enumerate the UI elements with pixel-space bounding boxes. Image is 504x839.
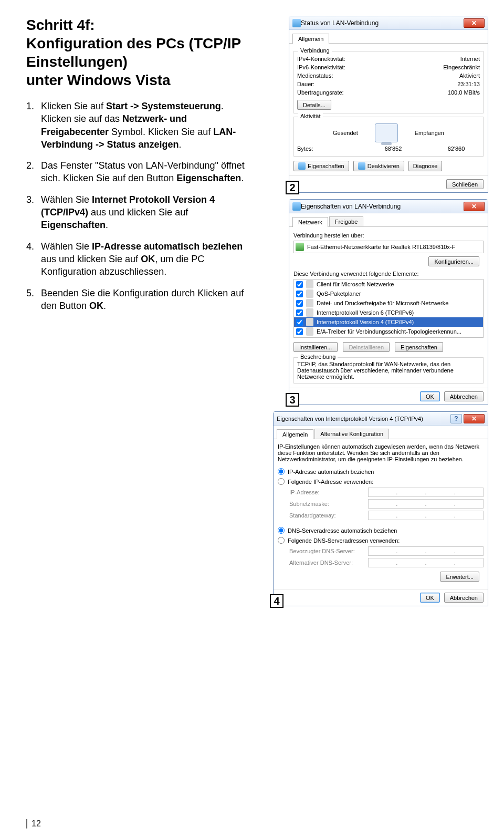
list-item[interactable]: Internetprotokoll Version 6 (TCP/IPv6) <box>294 308 483 317</box>
dns2-field: ... <box>368 558 484 567</box>
status-key: Medienstatus: <box>297 72 459 79</box>
close-icon[interactable]: ✕ <box>464 18 485 28</box>
checkbox[interactable] <box>296 309 303 316</box>
radio-input[interactable] <box>278 527 285 534</box>
step-item: 4.Wählen Sie IP-Adresse automatisch bezi… <box>26 240 252 278</box>
list-item[interactable]: QoS-Paketplaner <box>294 289 483 298</box>
step-marker-2: 2 <box>286 181 299 194</box>
step-number: 2. <box>26 159 41 185</box>
radio-input[interactable] <box>278 478 285 485</box>
bytes-recv: 62'860 <box>433 146 480 152</box>
item-properties-button[interactable]: Eigenschaften <box>395 342 443 352</box>
checkbox[interactable] <box>296 328 303 335</box>
nic-icon <box>296 243 304 251</box>
radio-label: DNS-Serveradresse automatisch beziehen <box>288 527 397 534</box>
tab-allgemein[interactable]: Allgemein <box>292 34 329 44</box>
group-legend: Aktivität <box>298 113 323 119</box>
status-key: IPv6-Konnektivität: <box>297 64 443 70</box>
net-icon <box>292 19 301 27</box>
checkbox[interactable] <box>296 300 303 307</box>
advanced-button[interactable]: Erweitert... <box>440 572 479 582</box>
recv-label: Empfangen <box>415 130 444 136</box>
protocol-icon <box>306 328 313 335</box>
details-button[interactable]: Details... <box>297 100 331 110</box>
radio-input[interactable] <box>278 537 285 544</box>
step-marker-3: 3 <box>286 393 299 407</box>
group-legend: Beschreibung <box>298 354 338 360</box>
component-list[interactable]: Client für Microsoft-NetzwerkeQoS-Paketp… <box>294 279 483 338</box>
cancel-button[interactable]: Abbrechen <box>444 593 484 603</box>
close-button[interactable]: Schließen <box>446 179 484 189</box>
ok-button[interactable]: OK <box>420 593 440 603</box>
checkbox[interactable] <box>296 338 303 338</box>
tab-freigabe[interactable]: Freigabe <box>329 216 363 226</box>
window-lan-status: Status von LAN-Verbindung ✕ Allgemein Ve… <box>289 16 488 193</box>
radio-dns-auto[interactable]: DNS-Serveradresse automatisch beziehen <box>278 525 484 535</box>
tab-alt-konfiguration[interactable]: Alternative Konfiguration <box>314 429 389 439</box>
page-number: 12 <box>26 819 41 828</box>
label-ip: IP-Adresse: <box>289 489 368 495</box>
list-item-label: Internetprotokoll Version 4 (TCP/IPv4) <box>317 319 414 325</box>
dns1-field: ... <box>368 546 484 556</box>
radio-input[interactable] <box>278 468 285 475</box>
status-row: Medienstatus:Aktiviert <box>297 71 480 80</box>
label-dns1: Bevorzugter DNS-Server: <box>289 548 368 554</box>
radio-dns-manual[interactable]: Folgende DNS-Serveradressen verwenden: <box>278 535 484 545</box>
list-item[interactable]: Datei- und Druckerfreigabe für Microsoft… <box>294 298 483 308</box>
radio-ip-auto[interactable]: IP-Adresse automatisch beziehen <box>278 467 484 477</box>
list-item[interactable]: Client für Microsoft-Netzwerke <box>294 279 483 289</box>
heading-line-2: Konfiguration des PCs (TCP/IP Einstellun… <box>26 35 241 70</box>
close-icon[interactable]: ✕ <box>464 414 485 423</box>
window-ipv4-properties: Eigenschaften von Internetprotokoll Vers… <box>273 411 488 606</box>
status-row: Übertragungsrate:100,0 MBit/s <box>297 88 480 97</box>
adapter-name: Fast-Ethernet-Netzwerkkarte für Realtek … <box>307 244 455 250</box>
group-description: Beschreibung TCP/IP, das Standardprotoko… <box>293 357 484 384</box>
status-row: IPv4-Konnektivität:Internet <box>297 55 480 63</box>
tab-netzwerk[interactable]: Netzwerk <box>292 217 328 227</box>
step-number: 4. <box>26 240 41 278</box>
install-button[interactable]: Installieren... <box>293 342 338 352</box>
ok-button[interactable]: OK <box>420 391 440 401</box>
diagnose-button[interactable]: Diagnose <box>408 161 442 171</box>
deactivate-button[interactable]: Deaktivieren <box>353 161 404 171</box>
screenshots-column: Status von LAN-Verbindung ✕ Allgemein Ve… <box>262 0 504 613</box>
list-item-label: E/A-Treiber für Verbindungsschicht-Topol… <box>317 328 461 335</box>
step-marker-4: 4 <box>270 594 284 608</box>
radio-label: Folgende IP-Adresse verwenden: <box>288 479 373 485</box>
titlebar: Eigenschaften von LAN-Verbindung ✕ <box>289 200 488 213</box>
step-text: Beenden Sie die Konfiguration durch Klic… <box>41 287 252 313</box>
protocol-icon <box>306 337 313 338</box>
checkbox[interactable] <box>296 291 303 297</box>
tabs: Netzwerk Freigabe <box>289 213 488 227</box>
list-item[interactable]: Internetprotokoll Version 4 (TCP/IPv4) <box>294 317 483 327</box>
group-aktivitaet: Aktivität Gesendet Empfangen Bytes: 68'8… <box>293 117 484 157</box>
heading-line-1: Schritt 4f: <box>26 17 95 33</box>
uninstall-button: Deinstallieren <box>343 342 390 352</box>
window-title: Eigenschaften von LAN-Verbindung <box>301 203 401 210</box>
step-text: Wählen Sie IP-Adresse automatisch bezieh… <box>41 240 252 278</box>
properties-button[interactable]: Eigenschaften <box>293 161 349 171</box>
status-row: Dauer:23:31:13 <box>297 80 480 88</box>
help-icon[interactable]: ? <box>450 414 462 423</box>
status-value: Internet <box>460 56 480 62</box>
radio-ip-manual[interactable]: Folgende IP-Adresse verwenden: <box>278 477 484 486</box>
close-icon[interactable]: ✕ <box>464 202 485 211</box>
intro-text: IP-Einstellungen können automatisch zuge… <box>278 443 484 462</box>
step-number: 1. <box>26 100 41 151</box>
tab-allgemein[interactable]: Allgemein <box>277 429 313 439</box>
list-label: Diese Verbindung verwendet folgende Elem… <box>293 271 484 277</box>
label-gateway: Standardgateway: <box>289 512 368 519</box>
list-item[interactable]: Antwort für Verbindungsschicht-Topologie… <box>294 336 483 338</box>
configure-button[interactable]: Konfigurieren... <box>428 256 479 266</box>
step-number: 3. <box>26 193 41 232</box>
checkbox[interactable] <box>296 319 303 326</box>
status-value: Aktiviert <box>459 72 480 79</box>
radio-label: Folgende DNS-Serveradressen verwenden: <box>288 537 400 544</box>
cancel-button[interactable]: Abbrechen <box>444 391 484 401</box>
bytes-sent: 68'852 <box>370 146 417 152</box>
checkbox[interactable] <box>296 281 303 288</box>
group-verbindung: Verbindung IPv4-Konnektivität:InternetIP… <box>293 51 484 113</box>
list-item-label: Datei- und Druckerfreigabe für Microsoft… <box>317 300 448 306</box>
list-item-label: Client für Microsoft-Netzwerke <box>317 281 394 287</box>
list-item[interactable]: E/A-Treiber für Verbindungsschicht-Topol… <box>294 327 483 336</box>
